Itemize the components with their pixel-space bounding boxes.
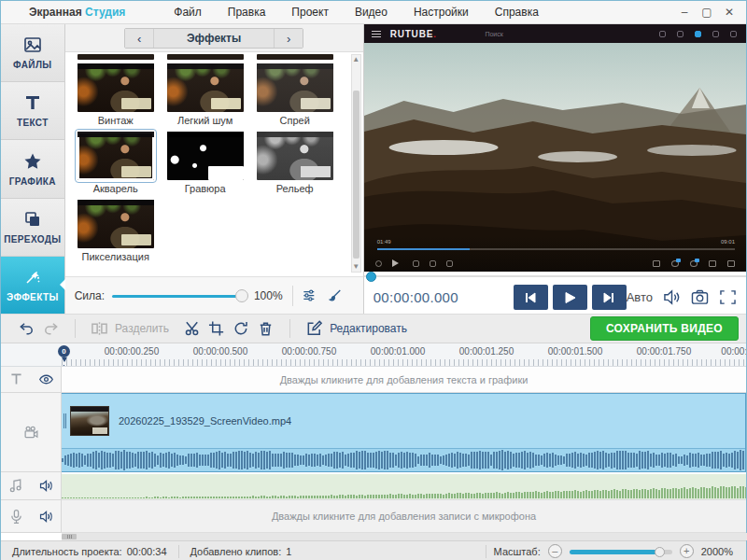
divider: [486, 545, 486, 558]
preview-seekbar[interactable]: [364, 272, 746, 281]
effect-label: Пикселизация: [78, 251, 154, 262]
hscrollbar-thumb[interactable]: [62, 534, 77, 539]
save-video-button[interactable]: СОХРАНИТЬ ВИДЕО: [590, 316, 739, 341]
auto-quality-label[interactable]: Авто: [627, 290, 653, 304]
menu-edit[interactable]: Правка: [215, 6, 279, 19]
zoom-slider-knob[interactable]: [655, 547, 665, 557]
text-track-area[interactable]: Дважды кликните для добавления текста и …: [62, 367, 746, 393]
logo-text-accent: Студия: [85, 6, 125, 19]
ruler-label: 00:00:02.0: [721, 346, 746, 357]
effect-thumb-partial[interactable]: [257, 54, 333, 60]
menu-video[interactable]: Видео: [342, 6, 401, 19]
video-clip[interactable]: 20260225_193529_ScreenVideo.mp4: [62, 393, 746, 472]
cut-scissors-icon[interactable]: [184, 320, 202, 337]
mic-track-area[interactable]: Дважды кликните для добавления записи с …: [62, 500, 746, 533]
edit-toolbar: Разделить Редактировать СОХРАНИТЬ ВИДЕО: [1, 314, 746, 343]
sidebar-item-label: ЭФФЕКТЫ: [7, 292, 59, 302]
scroll-up-arrow-icon[interactable]: ▲: [352, 55, 360, 64]
sidebar-item-files[interactable]: ФАЙЛЫ: [1, 24, 64, 82]
brush-icon[interactable]: [328, 287, 343, 304]
effects-next-button[interactable]: ›: [275, 29, 303, 48]
prev-frame-button[interactable]: [514, 285, 548, 310]
video-preview[interactable]: RUTUBE. Поиск: [364, 24, 746, 272]
layers-icon: [23, 210, 42, 229]
effects-scrollbar[interactable]: ▲ ▼: [351, 54, 361, 273]
music-volume-icon[interactable]: [38, 478, 54, 494]
split-button[interactable]: Разделить: [91, 320, 169, 337]
delete-trash-icon[interactable]: [257, 320, 275, 337]
effect-label: Винтаж: [78, 115, 154, 126]
fullscreen-icon[interactable]: [719, 289, 737, 305]
scroll-down-arrow-icon[interactable]: ▼: [352, 262, 360, 272]
sidebar-item-label: ПЕРЕХОДЫ: [4, 234, 61, 245]
mic-volume-icon[interactable]: [38, 509, 54, 525]
timeline-hscrollbar[interactable]: [62, 533, 747, 540]
effect-thumbnail: [257, 132, 333, 180]
effect-spray[interactable]: Спрей: [257, 63, 333, 126]
hamburger-icon: [372, 31, 381, 37]
effect-label: Гравюра: [167, 183, 244, 194]
next-icon: [430, 260, 436, 267]
effect-watercolor-selected[interactable]: Акварель: [78, 132, 154, 194]
scrollbar-thumb[interactable]: [353, 91, 359, 259]
redo-icon[interactable]: [42, 320, 60, 337]
speaker-icon[interactable]: [663, 289, 681, 305]
close-button[interactable]: ✕: [718, 1, 740, 23]
strength-label: Сила:: [75, 289, 105, 302]
adjustments-icon[interactable]: [302, 287, 317, 304]
edit-button[interactable]: Редактировать: [305, 320, 407, 337]
playhead-pin[interactable]: 0: [58, 345, 70, 357]
clips-added-label: Добавлено клипов:: [190, 546, 282, 557]
zoom-out-button[interactable]: –: [548, 544, 562, 558]
zoom-slider[interactable]: [570, 546, 672, 557]
effect-vintage[interactable]: Винтаж: [78, 63, 154, 126]
effect-thumb-partial[interactable]: [167, 54, 244, 60]
effect-engraving[interactable]: Гравюра: [167, 132, 244, 194]
music-track-area[interactable]: [62, 472, 746, 500]
undo-icon[interactable]: [18, 320, 35, 337]
menu-file[interactable]: Файл: [161, 6, 215, 19]
sidebar-item-graphics[interactable]: ГРАФИКА: [1, 140, 64, 198]
sidebar-item-text[interactable]: ТЕКСТ: [1, 82, 64, 140]
effect-label: Акварель: [78, 183, 154, 194]
window-controls: – ▢ ✕: [673, 1, 740, 23]
crop-icon[interactable]: [208, 320, 226, 337]
music-waveform: [62, 485, 746, 498]
rotate-icon[interactable]: [233, 320, 250, 337]
timeline-ruler[interactable]: 00:00:00.250 00:00:00.500 00:00:00.750 0…: [1, 343, 746, 367]
visibility-eye-icon[interactable]: [38, 371, 54, 387]
app-logo: Экранная Студия: [29, 6, 125, 19]
statusbar: Длительность проекта: 00:00:34 Добавлено…: [1, 540, 746, 560]
sidebar-item-transitions[interactable]: ПЕРЕХОДЫ: [1, 199, 64, 257]
snapshot-camera-icon[interactable]: [691, 289, 709, 305]
strength-slider[interactable]: [112, 289, 247, 302]
menu-settings[interactable]: Настройки: [401, 6, 482, 19]
effect-thumbnail: [78, 63, 154, 112]
effects-list: Винтаж Легкий шум Спрей Акварель: [65, 52, 363, 276]
prev-frame-icon: [523, 292, 538, 303]
effect-pixelate[interactable]: Пикселизация: [78, 200, 154, 262]
divider: [75, 319, 76, 338]
effect-thumb-partial[interactable]: [78, 54, 154, 60]
sidebar-item-effects[interactable]: ЭФФЕКТЫ: [1, 257, 64, 314]
seekbar-handle[interactable]: [366, 272, 376, 282]
effects-prev-button[interactable]: ‹: [125, 29, 153, 48]
zoom-in-button[interactable]: +: [680, 544, 694, 558]
maximize-button[interactable]: ▢: [696, 1, 718, 23]
menu-help[interactable]: Справка: [482, 6, 552, 19]
play-button[interactable]: [553, 285, 587, 310]
minimize-button[interactable]: –: [673, 1, 696, 23]
clip-audio-zone[interactable]: [62, 449, 745, 471]
playhead[interactable]: 0: [58, 345, 71, 367]
menu-project[interactable]: Проект: [278, 6, 342, 19]
video-clip-body[interactable]: 20260225_193529_ScreenVideo.mp4: [62, 394, 745, 449]
playhead-tip: [62, 357, 67, 365]
strength-value: 100%: [254, 289, 283, 302]
effect-relief[interactable]: Рельеф: [257, 132, 333, 194]
clip-left-grip[interactable]: [62, 394, 68, 448]
microphone-icon: [8, 509, 24, 525]
effect-light-noise[interactable]: Легкий шум: [167, 63, 244, 126]
text-track-icon: [8, 371, 24, 387]
strength-slider-knob[interactable]: [235, 289, 248, 302]
next-frame-button[interactable]: [592, 285, 627, 310]
